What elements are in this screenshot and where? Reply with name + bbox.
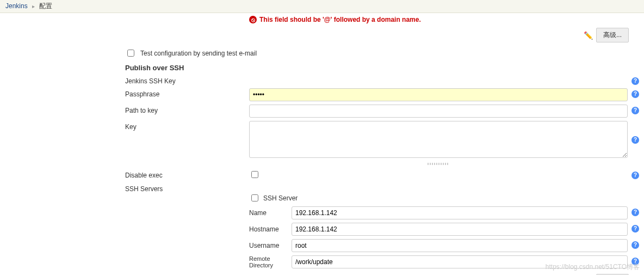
pencil-icon: ✏️ bbox=[584, 31, 593, 40]
help-icon[interactable]: ? bbox=[631, 77, 639, 85]
disable-exec-checkbox[interactable] bbox=[251, 171, 258, 178]
drag-handle-icon[interactable] bbox=[428, 163, 449, 165]
name-input[interactable] bbox=[292, 206, 628, 219]
breadcrumb-current: 配置 bbox=[39, 2, 52, 10]
chevron-right-icon: ▸ bbox=[32, 3, 35, 9]
hostname-label: Hostname bbox=[249, 225, 292, 233]
username-input[interactable] bbox=[292, 239, 628, 252]
username-label: Username bbox=[249, 242, 292, 249]
advanced-button-top[interactable]: 高级... bbox=[596, 28, 629, 42]
disable-exec-label: Disable exec bbox=[125, 169, 249, 179]
ssh-servers-label: SSH Servers bbox=[125, 183, 249, 193]
remote-directory-label: Remote Directory bbox=[249, 255, 292, 268]
validation-error: ⦸ This field should be '@' followed by a… bbox=[249, 16, 639, 23]
ssh-server-block: SSH Server Name ? Hostname ? Username ? … bbox=[249, 193, 639, 268]
test-email-label: Test configuration by sending test e-mai… bbox=[140, 50, 257, 57]
section-publish-over-ssh: Publish over SSH bbox=[125, 64, 639, 72]
passphrase-label: Passphrase bbox=[125, 88, 249, 98]
help-icon[interactable]: ? bbox=[631, 136, 639, 144]
ssh-server-label: SSH Server bbox=[263, 194, 298, 202]
remote-directory-input[interactable] bbox=[292, 255, 628, 268]
key-label: Key bbox=[125, 121, 249, 131]
help-icon[interactable]: ? bbox=[631, 172, 639, 179]
name-label: Name bbox=[249, 209, 292, 217]
ssh-server-checkbox[interactable] bbox=[251, 194, 258, 201]
help-icon[interactable]: ? bbox=[631, 90, 639, 98]
jenkins-ssh-key-label: Jenkins SSH Key bbox=[125, 75, 249, 85]
test-email-checkbox[interactable] bbox=[127, 50, 134, 57]
hostname-input[interactable] bbox=[292, 223, 628, 236]
breadcrumb: Jenkins ▸ 配置 bbox=[0, 0, 644, 13]
key-textarea[interactable] bbox=[249, 121, 628, 158]
breadcrumb-root[interactable]: Jenkins bbox=[5, 2, 28, 10]
help-icon[interactable]: ? bbox=[631, 225, 639, 233]
help-icon[interactable]: ? bbox=[631, 209, 639, 216]
passphrase-input[interactable] bbox=[249, 88, 628, 101]
error-message: This field should be '@' followed by a d… bbox=[259, 16, 421, 23]
help-icon[interactable]: ? bbox=[631, 107, 639, 114]
help-icon[interactable]: ? bbox=[631, 241, 639, 249]
main-content: ⦸ This field should be '@' followed by a… bbox=[0, 13, 644, 275]
error-icon: ⦸ bbox=[249, 16, 257, 23]
path-to-key-label: Path to key bbox=[125, 105, 249, 114]
path-to-key-input[interactable] bbox=[249, 105, 628, 118]
help-icon[interactable]: ? bbox=[631, 258, 639, 265]
